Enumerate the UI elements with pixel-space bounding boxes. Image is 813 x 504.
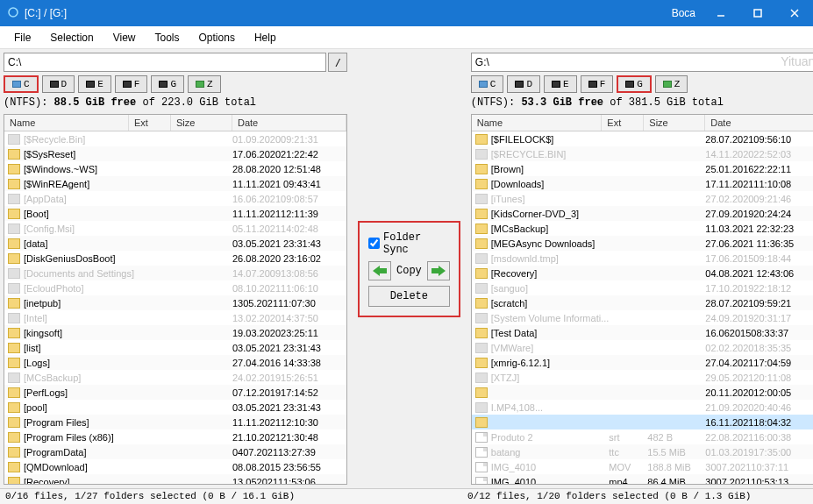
table-row-folder[interactable]: [ProgramData]0407.202113:27:39: [4, 444, 346, 459]
table-row-folder[interactable]: [Recovery]13.05202111:53:06: [4, 474, 346, 484]
table-row-folder[interactable]: [MCsBackup]11.03.2021 22:32:23: [472, 221, 813, 236]
table-row-folder[interactable]: [Config.Msi]05.11.202114:02:48: [4, 221, 346, 236]
table-row-folder[interactable]: [$FILELOCK$]28.07.202109:56:10: [472, 131, 813, 146]
table-row-file[interactable]: batangttc15.5 MiB01.03.201917:35:00: [472, 444, 813, 459]
table-row-folder[interactable]: [Test Data]16.06201508:33:37: [472, 325, 813, 340]
menu-file[interactable]: File: [5, 28, 39, 47]
menu-tools[interactable]: Tools: [146, 28, 189, 47]
table-row-folder[interactable]: [DiskGeniusDosBoot]26.08.2020 23:16:02: [4, 251, 346, 266]
menu-selection[interactable]: Selection: [41, 28, 102, 47]
table-row-folder[interactable]: [kingsoft]19.03.202023:25:11: [4, 325, 346, 340]
drive-g-button[interactable]: G: [151, 75, 184, 93]
drive-f-button[interactable]: F: [115, 75, 148, 93]
table-row-folder[interactable]: [inetpub]1305.202111:07:30: [4, 295, 346, 310]
table-row-folder[interactable]: [MEGAsync Downloads]27.06.2021 11:36:35: [472, 236, 813, 251]
table-row-folder[interactable]: [Logs]27.04.2016 14:33:38: [4, 355, 346, 370]
right-path-input[interactable]: [471, 53, 813, 72]
username-label: Boca: [672, 7, 695, 19]
drive-c-button[interactable]: C: [4, 75, 39, 93]
drive-z-button[interactable]: Z: [655, 75, 688, 93]
menubar: File Selection View Tools Options Help: [0, 26, 813, 49]
table-row-folder[interactable]: [iTunes]27.02.202009:21:46: [472, 191, 813, 206]
table-row-folder[interactable]: [MCsBackup]24.02.201915:26:51: [4, 370, 346, 385]
table-row-folder[interactable]: [$Windows.~WS]28.08.2020 12:51:48: [4, 161, 346, 176]
table-row-folder[interactable]: [Program Files (x86)]21.10.202121:30:48: [4, 429, 346, 444]
folder-icon: [8, 209, 20, 219]
col-size[interactable]: Size: [644, 115, 705, 131]
table-row-folder[interactable]: [VMWare]02.02.202018:35:35: [472, 340, 813, 355]
table-row-folder[interactable]: [$SysReset]17.06.202021:22:42: [4, 146, 346, 161]
folder-icon: [8, 373, 20, 383]
table-row-folder[interactable]: [pool]03.05.2021 23:31:43: [4, 400, 346, 415]
table-row-folder[interactable]: [Recovery]04.08.2021 12:43:06: [472, 266, 813, 280]
col-name[interactable]: Name: [472, 115, 603, 131]
table-row-folder[interactable]: [$Recycle.Bin]01.09.202009:21:31: [4, 131, 346, 146]
table-row-folder[interactable]: [Documents and Settings]14.07.200913:08:…: [4, 266, 346, 280]
folder-icon: [8, 283, 20, 294]
menu-view[interactable]: View: [104, 28, 145, 47]
table-row-folder[interactable]: [KidsCorner-DVD_3]27.09.201920:24:24: [472, 206, 813, 221]
table-row-folder[interactable]: [PerfLogs]07.12.201917:14:52: [4, 385, 346, 400]
file-icon: [475, 432, 488, 443]
table-row-folder[interactable]: [Downloads]17.11.202111:10:08: [472, 176, 813, 191]
copy-right-button[interactable]: [427, 261, 450, 280]
col-ext[interactable]: Ext: [602, 115, 644, 131]
table-row-folder[interactable]: 20.11.202012:00:05: [472, 385, 813, 400]
file-icon: [475, 447, 488, 458]
table-row-folder[interactable]: [$RECYCLE.BIN]14.11.202022:52:03: [472, 146, 813, 161]
table-row-file[interactable]: IMG_4010MOV188.8 MiB3007.202110:37:11: [472, 459, 813, 474]
drive-e-button[interactable]: E: [544, 75, 577, 93]
close-button[interactable]: [783, 2, 806, 25]
folder-sync-checkbox[interactable]: Folder Sync: [368, 231, 450, 256]
minimize-button[interactable]: [710, 2, 732, 25]
delete-button[interactable]: Delete: [368, 286, 450, 307]
table-row-folder[interactable]: [Program Files]11.11.202112:10:30: [4, 415, 346, 429]
folder-icon: [8, 224, 20, 234]
table-row-folder[interactable]: [scratch]28.07.202109:59:21: [472, 295, 813, 310]
table-row-folder[interactable]: [data]03.05.2021 23:31:43: [4, 236, 346, 251]
table-row-folder[interactable]: [sanguo]17.10.201922:18:12: [472, 280, 813, 295]
left-path-button[interactable]: /: [328, 53, 347, 72]
table-row-file[interactable]: IMG_4010mp486.4 MiB3007.202110:53:13: [472, 474, 813, 484]
maximize-button[interactable]: [746, 2, 769, 25]
col-name[interactable]: Name: [4, 115, 129, 131]
folder-icon: [475, 328, 488, 338]
copy-left-button[interactable]: [368, 261, 391, 280]
folder-icon: [475, 238, 488, 249]
table-row-folder[interactable]: [Boot]11.11.202112:11:39: [4, 206, 346, 221]
drive-c-button[interactable]: C: [471, 75, 504, 93]
table-row-folder[interactable]: [System Volume Informati...24.09.201920:…: [472, 310, 813, 325]
table-row-folder[interactable]: [EcloudPhoto]08.10.202111:06:10: [4, 280, 346, 295]
left-path-input[interactable]: [4, 53, 326, 72]
table-row-folder[interactable]: [Brown]25.01.201622:22:11: [472, 161, 813, 176]
drive-g-button[interactable]: G: [617, 75, 652, 93]
table-row-folder[interactable]: [list]03.05.2021 23:31:43: [4, 340, 346, 355]
table-row-folder[interactable]: I.MP4,108...21.09.202020:40:46: [472, 400, 813, 415]
table-row-file[interactable]: Produto 2srt482 B22.08.202116:00:38: [472, 429, 813, 444]
folder-icon: [475, 134, 488, 145]
table-row-folder[interactable]: [XTZJ]29.05.202120:11:08: [472, 370, 813, 385]
table-row-folder[interactable]: 16.11.202118:04:32: [472, 415, 813, 429]
svg-marker-5: [373, 266, 387, 276]
table-row-folder[interactable]: [Intel]13.02.202014:37:50: [4, 310, 346, 325]
drive-e-button[interactable]: E: [78, 75, 111, 93]
col-size[interactable]: Size: [171, 115, 232, 131]
table-row-folder[interactable]: [$WinREAgent]11.11.2021 09:43:41: [4, 176, 346, 191]
col-date[interactable]: Date: [705, 115, 813, 131]
drive-d-button[interactable]: D: [42, 75, 75, 93]
folder-icon: [475, 283, 488, 294]
right-status: 0/12 files, 1/20 folders selected (0 B /…: [462, 489, 813, 504]
drive-f-button[interactable]: F: [581, 75, 614, 93]
folder-icon: [8, 194, 20, 204]
table-row-folder[interactable]: [xmrig-6.12.1]27.04.202117:04:59: [472, 355, 813, 370]
drive-d-button[interactable]: D: [507, 75, 540, 93]
col-date[interactable]: Date: [232, 115, 346, 131]
col-ext[interactable]: Ext: [129, 115, 171, 131]
table-row-folder[interactable]: [msdownld.tmp]17.06.201509:18:44: [472, 251, 813, 266]
folder-icon: [475, 343, 488, 353]
menu-help[interactable]: Help: [246, 28, 285, 47]
table-row-folder[interactable]: [QMDownload]08.08.2015 23:56:55: [4, 459, 346, 474]
menu-options[interactable]: Options: [190, 28, 244, 47]
table-row-folder[interactable]: [AppData]16.06.202109:08:57: [4, 191, 346, 206]
drive-z-button[interactable]: Z: [188, 75, 221, 93]
